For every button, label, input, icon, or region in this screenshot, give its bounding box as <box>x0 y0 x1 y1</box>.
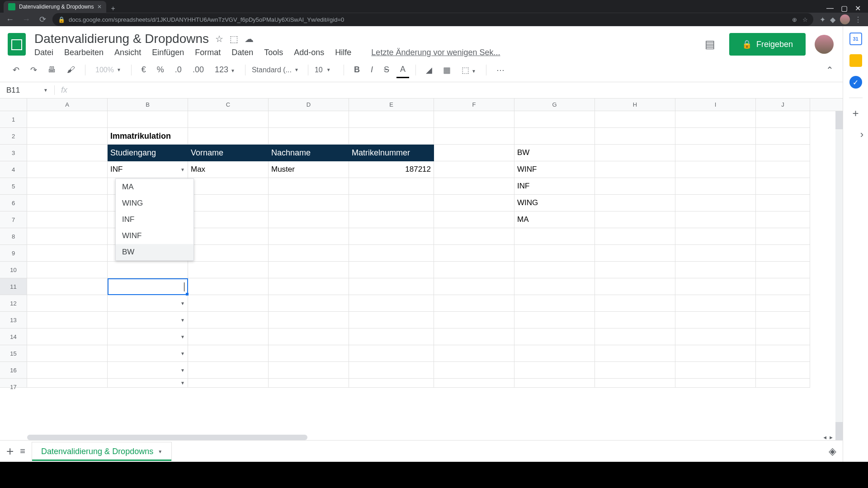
cell-E11[interactable] <box>349 278 434 295</box>
cell-D6[interactable] <box>269 195 349 211</box>
cell-H14[interactable] <box>595 328 675 345</box>
cell-I10[interactable] <box>675 262 756 278</box>
cell-J1[interactable] <box>756 111 810 128</box>
sheet-tab-active[interactable]: Datenvalidierung & Dropdowns ▼ <box>32 442 172 461</box>
cell-A11[interactable] <box>27 278 108 295</box>
bookmark-icon[interactable]: ☆ <box>802 16 808 23</box>
paint-format-button[interactable]: 🖌 <box>63 62 79 77</box>
dropdown-option-INF[interactable]: INF <box>116 211 193 228</box>
zoom-select[interactable]: 100%▼ <box>92 66 125 74</box>
cell-C16[interactable] <box>188 362 269 379</box>
account-avatar[interactable] <box>815 35 834 54</box>
cell-B11[interactable] <box>108 278 188 295</box>
close-window-icon[interactable]: ✕ <box>855 4 861 13</box>
cell-D3[interactable]: Nachname <box>269 145 349 161</box>
cell-B16[interactable]: ▼ <box>108 362 188 379</box>
font-size-select[interactable]: 10▼ <box>315 66 337 74</box>
cell-C4[interactable]: Max <box>188 161 269 178</box>
col-header-H[interactable]: H <box>595 99 675 111</box>
cell-B15[interactable]: ▼ <box>108 345 188 362</box>
increase-decimal-button[interactable]: .00 <box>189 62 208 77</box>
cell-J4[interactable] <box>756 161 810 178</box>
tab-scroll-arrows[interactable]: ◄ ► <box>822 435 834 440</box>
cell-J14[interactable] <box>756 328 810 345</box>
menu-data[interactable]: Daten <box>231 48 253 57</box>
text-color-button[interactable]: A <box>396 62 409 78</box>
row-header-2[interactable]: 2 <box>0 128 27 145</box>
cell-F6[interactable] <box>434 195 514 211</box>
cell-J6[interactable] <box>756 195 810 211</box>
maximize-icon[interactable]: ▢ <box>841 4 848 13</box>
cell-F3[interactable] <box>434 145 514 161</box>
cell-G9[interactable] <box>514 245 595 262</box>
cell-G7[interactable]: MA <box>514 211 595 228</box>
new-tab-button[interactable]: + <box>106 5 119 13</box>
sheets-logo[interactable] <box>5 31 28 58</box>
cell-H12[interactable] <box>595 295 675 312</box>
cell-I5[interactable] <box>675 178 756 195</box>
cell-C14[interactable] <box>188 328 269 345</box>
cell-D11[interactable] <box>269 278 349 295</box>
cell-A7[interactable] <box>27 211 108 228</box>
cell-G1[interactable] <box>514 111 595 128</box>
cell-E15[interactable] <box>349 345 434 362</box>
cell-C6[interactable] <box>188 195 269 211</box>
cell-D15[interactable] <box>269 345 349 362</box>
cell-C11[interactable] <box>188 278 269 295</box>
cell-G5[interactable]: INF <box>514 178 595 195</box>
cell-J10[interactable] <box>756 262 810 278</box>
cell-A14[interactable] <box>27 328 108 345</box>
cell-I11[interactable] <box>675 278 756 295</box>
cell-A13[interactable] <box>27 312 108 328</box>
cell-E5[interactable] <box>349 178 434 195</box>
cell-A6[interactable] <box>27 195 108 211</box>
sheet-tab-menu-icon[interactable]: ▼ <box>158 449 162 454</box>
cell-J8[interactable] <box>756 228 810 245</box>
star-icon[interactable]: ☆ <box>215 33 223 44</box>
cell-F15[interactable] <box>434 345 514 362</box>
cell-B2[interactable]: Immatrikulation <box>108 128 188 145</box>
cell-C3[interactable]: Vorname <box>188 145 269 161</box>
cell-I8[interactable] <box>675 228 756 245</box>
fill-color-button[interactable]: ◢ <box>422 62 436 78</box>
horizontal-scrollbar[interactable] <box>27 435 307 440</box>
cell-C8[interactable] <box>188 228 269 245</box>
row-header-17[interactable]: 17 <box>0 379 27 388</box>
cell-I3[interactable] <box>675 145 756 161</box>
cell-A1[interactable] <box>27 111 108 128</box>
cell-B10[interactable] <box>108 262 188 278</box>
cell-C5[interactable] <box>188 178 269 195</box>
cell-A4[interactable] <box>27 161 108 178</box>
doc-title[interactable]: Datenvalidierung & Dropdowns <box>34 32 209 46</box>
cell-H5[interactable] <box>595 178 675 195</box>
cell-D17[interactable] <box>269 379 349 388</box>
cell-A2[interactable] <box>27 128 108 145</box>
last-edit-link[interactable]: Letzte Änderung vor wenigen Sek... <box>371 48 500 57</box>
cell-G3[interactable]: BW <box>514 145 595 161</box>
cell-B17[interactable]: ▼ <box>108 379 188 388</box>
cell-D14[interactable] <box>269 328 349 345</box>
dropdown-option-BW[interactable]: BW <box>116 244 193 260</box>
cell-H8[interactable] <box>595 228 675 245</box>
cell-H17[interactable] <box>595 379 675 388</box>
cell-E16[interactable] <box>349 362 434 379</box>
row-header-3[interactable]: 3 <box>0 145 27 161</box>
cell-C9[interactable] <box>188 245 269 262</box>
cell-F7[interactable] <box>434 211 514 228</box>
cell-D2[interactable] <box>269 128 349 145</box>
col-header-D[interactable]: D <box>269 99 349 111</box>
row-header-8[interactable]: 8 <box>0 228 27 245</box>
menu-file[interactable]: Datei <box>34 48 53 57</box>
minimize-icon[interactable]: — <box>826 4 834 13</box>
strikethrough-button[interactable]: S <box>380 62 393 77</box>
cell-F9[interactable] <box>434 245 514 262</box>
cell-F14[interactable] <box>434 328 514 345</box>
cell-J17[interactable] <box>756 379 810 388</box>
cell-H3[interactable] <box>595 145 675 161</box>
cell-F13[interactable] <box>434 312 514 328</box>
cell-C1[interactable] <box>188 111 269 128</box>
menu-addons[interactable]: Add-ons <box>294 48 324 57</box>
vertical-scrollbar[interactable] <box>835 111 843 440</box>
add-sheet-button[interactable]: + <box>6 444 14 459</box>
cell-J5[interactable] <box>756 178 810 195</box>
